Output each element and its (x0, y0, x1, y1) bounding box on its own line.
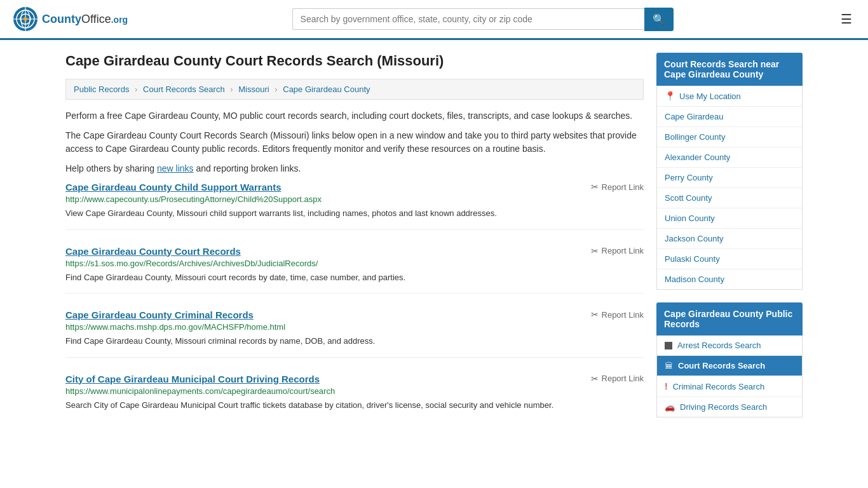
logo-icon (13, 6, 38, 32)
breadcrumb-cape-girardeau[interactable]: Cape Girardeau County (283, 85, 370, 94)
result-desc: Find Cape Girardeau County, Missouri cri… (65, 335, 644, 348)
pr-item-criminal[interactable]: ! Criminal Records Search (657, 376, 802, 397)
nearby-link[interactable]: Union County (665, 214, 715, 223)
breadcrumb-missouri[interactable]: Missouri (238, 85, 269, 94)
public-records-section: Cape Girardeau County Public Records Arr… (656, 302, 803, 417)
court-records-link[interactable]: Court Records Search (678, 361, 765, 370)
nearby-item-alexander[interactable]: Alexander County (657, 147, 802, 168)
search-icon: 🔍 (653, 14, 665, 25)
report-icon: ✂ (591, 374, 599, 384)
nearby-box: 📍 Use My Location Cape Girardeau Bolling… (656, 86, 803, 290)
result-url: https://s1.sos.mo.gov/Records/Archives/A… (65, 259, 644, 268)
nearby-item-cape-girardeau[interactable]: Cape Girardeau (657, 107, 802, 127)
description-2: The Cape Girardeau County Court Records … (65, 129, 644, 156)
report-link[interactable]: ✂ Report Link (591, 309, 644, 320)
menu-button[interactable]: ☰ (837, 8, 855, 30)
new-links-link[interactable]: new links (157, 163, 194, 173)
report-link[interactable]: ✂ Report Link (591, 374, 644, 384)
result-header: Cape Girardeau County Court Records ✂ Re… (65, 246, 644, 257)
report-link[interactable]: ✂ Report Link (591, 182, 644, 192)
arrest-icon (665, 342, 672, 349)
report-icon: ✂ (591, 309, 599, 320)
nearby-link[interactable]: Scott County (665, 193, 712, 203)
result-item: Cape Girardeau County Criminal Records ✂… (65, 309, 644, 358)
breadcrumb-sep-1: › (135, 85, 137, 94)
pr-item-arrest[interactable]: Arrest Records Search (657, 336, 802, 356)
result-url: https://www.municipalonlinepayments.com/… (65, 386, 644, 396)
content-area: Cape Girardeau County Court Records Sear… (65, 53, 644, 437)
hamburger-icon: ☰ (841, 12, 852, 26)
nearby-item-scott[interactable]: Scott County (657, 188, 802, 208)
breadcrumb-sep-2: › (230, 85, 233, 94)
description-3: Help others by sharing new links and rep… (65, 162, 644, 175)
result-item: City of Cape Girardeau Municipal Court D… (65, 374, 644, 421)
main-container: Cape Girardeau County Court Records Sear… (53, 40, 815, 449)
page-title: Cape Girardeau County Court Records Sear… (65, 53, 644, 69)
search-input[interactable] (292, 8, 644, 30)
nearby-item-pulaski[interactable]: Pulaski County (657, 249, 802, 269)
result-desc: View Cape Girardeau County, Missouri chi… (65, 207, 644, 220)
result-desc: Search City of Cape Girardeau Municipal … (65, 399, 644, 412)
description-1: Perform a free Cape Girardeau County, MO… (65, 109, 644, 123)
result-title[interactable]: City of Cape Girardeau Municipal Court D… (65, 374, 320, 384)
nearby-title: Court Records Search near Cape Girardeau… (656, 53, 803, 86)
criminal-records-link[interactable]: Criminal Records Search (673, 382, 765, 391)
driving-records-link[interactable]: Driving Records Search (680, 402, 767, 412)
result-url: https://www.machs.mshp.dps.mo.gov/MACHSF… (65, 322, 644, 332)
nearby-link[interactable]: Perry County (665, 173, 713, 182)
public-records-title: Cape Girardeau County Public Records (656, 302, 803, 336)
svg-point-6 (24, 17, 27, 21)
result-title[interactable]: Cape Girardeau County Court Records (65, 246, 241, 257)
criminal-icon: ! (665, 381, 668, 391)
breadcrumb: Public Records › Court Records Search › … (65, 79, 644, 100)
breadcrumb-court-records[interactable]: Court Records Search (143, 85, 225, 94)
nearby-item-perry[interactable]: Perry County (657, 168, 802, 188)
results-list: Cape Girardeau County Child Support Warr… (65, 182, 644, 421)
nearby-link[interactable]: Pulaski County (665, 254, 720, 264)
breadcrumb-public-records[interactable]: Public Records (74, 85, 129, 94)
result-header: Cape Girardeau County Criminal Records ✂… (65, 309, 644, 320)
report-link[interactable]: ✂ Report Link (591, 246, 644, 256)
nearby-item-union[interactable]: Union County (657, 208, 802, 229)
driving-icon: 🚗 (665, 402, 675, 412)
sidebar: Court Records Search near Cape Girardeau… (656, 53, 803, 437)
header-right: ☰ (837, 8, 855, 30)
result-title[interactable]: Cape Girardeau County Child Support Warr… (65, 182, 281, 193)
nearby-item-bollinger[interactable]: Bollinger County (657, 127, 802, 147)
public-records-box: Arrest Records Search 🏛 Court Records Se… (656, 336, 803, 417)
search-area: 🔍 (292, 8, 674, 31)
result-header: City of Cape Girardeau Municipal Court D… (65, 374, 644, 384)
nearby-link[interactable]: Jackson County (665, 234, 724, 243)
nearby-item-madison[interactable]: Madison County (657, 269, 802, 289)
nearby-link[interactable]: Bollinger County (665, 132, 725, 142)
location-icon: 📍 (665, 91, 675, 101)
court-icon: 🏛 (665, 361, 673, 370)
use-my-location-link[interactable]: Use My Location (679, 92, 741, 101)
nearby-link[interactable]: Cape Girardeau (665, 112, 724, 121)
logo-text: CountyOffice.org (42, 13, 128, 26)
site-header: CountyOffice.org 🔍 ☰ (0, 0, 868, 40)
logo-area: CountyOffice.org (13, 6, 128, 32)
use-my-location-item[interactable]: 📍 Use My Location (657, 86, 802, 107)
arrest-records-link[interactable]: Arrest Records Search (677, 341, 761, 350)
search-button[interactable]: 🔍 (644, 8, 674, 31)
result-title[interactable]: Cape Girardeau County Criminal Records (65, 309, 254, 320)
result-item: Cape Girardeau County Child Support Warr… (65, 182, 644, 230)
report-icon: ✂ (591, 246, 599, 256)
result-item: Cape Girardeau County Court Records ✂ Re… (65, 246, 644, 294)
result-desc: Find Cape Girardeau County, Missouri cou… (65, 271, 644, 284)
result-url: http://www.capecounty.us/ProsecutingAtto… (65, 194, 644, 204)
pr-item-court[interactable]: 🏛 Court Records Search (657, 356, 802, 376)
nearby-item-jackson[interactable]: Jackson County (657, 229, 802, 249)
nearby-link[interactable]: Alexander County (665, 152, 730, 162)
pr-item-driving[interactable]: 🚗 Driving Records Search (657, 397, 802, 417)
breadcrumb-sep-3: › (275, 85, 277, 94)
result-header: Cape Girardeau County Child Support Warr… (65, 182, 644, 193)
nearby-section: Court Records Search near Cape Girardeau… (656, 53, 803, 290)
report-icon: ✂ (591, 182, 599, 192)
nearby-link[interactable]: Madison County (665, 274, 724, 284)
